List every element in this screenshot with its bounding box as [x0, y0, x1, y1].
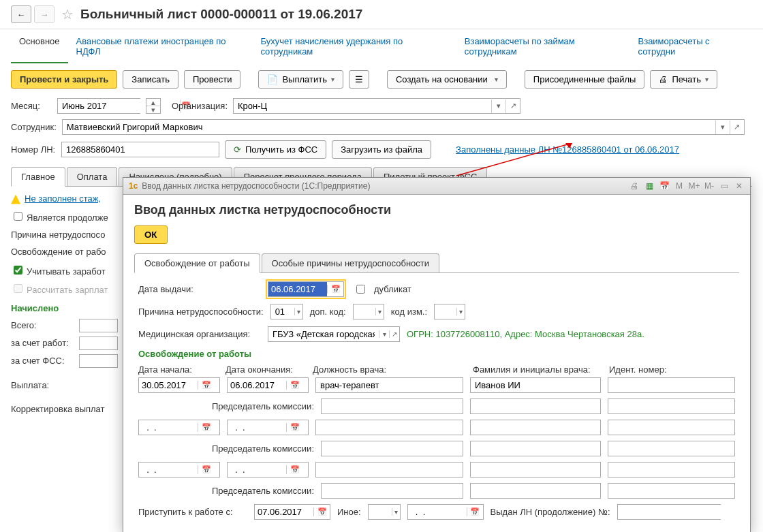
inner-tab-special[interactable]: Особые причины нетрудоспособности — [262, 253, 439, 272]
attached-files-button[interactable]: Присоединенные файлы — [525, 70, 645, 89]
employee-dropdown-icon[interactable]: ▾ — [715, 121, 730, 134]
row2-start-cal-icon[interactable]: 📅 — [198, 423, 215, 432]
row3-end-input[interactable] — [228, 463, 286, 477]
medorg-input[interactable] — [268, 327, 379, 341]
titlebar-calendar-icon[interactable]: 📅 — [659, 181, 670, 191]
pay-button[interactable]: 📄Выплатить▾ — [258, 70, 343, 89]
chair1-name-input[interactable] — [471, 399, 600, 413]
subtab-main[interactable]: Главное — [11, 167, 65, 187]
ok-button[interactable]: ОК — [134, 225, 168, 244]
titlebar-close-icon[interactable]: ✕ — [734, 181, 745, 191]
row2-start-input[interactable] — [139, 420, 198, 435]
tab-advance[interactable]: Авансовые платежи иностранцев по НДФЛ — [68, 29, 253, 63]
ln-number-input[interactable] — [62, 142, 219, 157]
titlebar-calc-icon[interactable]: ▦ — [644, 181, 655, 191]
other-dropdown-icon[interactable]: ▾ — [392, 508, 400, 516]
reason-input[interactable] — [271, 304, 294, 319]
post-close-button[interactable]: Провести и закрыть — [11, 70, 117, 89]
row1-id-input[interactable] — [608, 378, 734, 392]
titlebar-m-icon[interactable]: M — [674, 181, 685, 191]
chair2-pos-input[interactable] — [322, 441, 463, 456]
row3-end-cal-icon[interactable]: 📅 — [286, 465, 303, 474]
row1-start-cal-icon[interactable]: 📅 — [198, 381, 215, 390]
tab-settlements[interactable]: Взаиморасчеты с сотрудни — [630, 29, 753, 63]
chair2-name-input[interactable] — [471, 441, 600, 456]
get-from-fss-button[interactable]: ⟳Получить из ФСС — [225, 140, 326, 159]
inner-tab-release[interactable]: Освобождение от работы — [134, 253, 260, 273]
row1-name-input[interactable] — [471, 378, 600, 392]
subtab-payment[interactable]: Оплата — [67, 167, 118, 186]
row3-start-input[interactable] — [139, 463, 198, 477]
titlebar-minimize-icon[interactable]: ▭ — [719, 181, 730, 191]
row3-pos-input[interactable] — [316, 463, 463, 477]
employee-open-icon[interactable]: ↗ — [730, 121, 744, 134]
month-input[interactable] — [58, 99, 181, 113]
popup-titlebar[interactable]: 1c Ввод данных листка нетрудоспособности… — [123, 178, 750, 195]
row2-pos-input[interactable] — [316, 420, 463, 435]
chair3-id-input[interactable] — [608, 484, 734, 498]
row2-end-input[interactable] — [228, 420, 286, 435]
row1-pos-input[interactable] — [316, 378, 463, 392]
chair3-pos-input[interactable] — [322, 484, 463, 498]
row2-end-cal-icon[interactable]: 📅 — [286, 423, 303, 432]
reason-dropdown-icon[interactable]: ▾ — [294, 308, 302, 315]
return-cal-icon[interactable]: 📅 — [313, 507, 330, 516]
print-label: Печать — [672, 74, 701, 84]
codechange-input[interactable] — [435, 304, 456, 319]
org-dropdown-icon[interactable]: ▾ — [491, 99, 505, 113]
is-continuation-checkbox[interactable] — [14, 212, 22, 221]
tab-loans[interactable]: Взаиморасчеты по займам сотрудникам — [456, 29, 630, 63]
filled-data-link[interactable]: Заполнены данные ЛН №126885860401 от 06.… — [456, 144, 679, 155]
titlebar-mminus-icon[interactable]: M- — [704, 181, 715, 191]
warning-link[interactable]: Не заполнен стаж, — [25, 193, 101, 204]
row2-id-input[interactable] — [608, 420, 734, 435]
addcode-dropdown-icon[interactable]: ▾ — [375, 308, 384, 315]
titlebar-print-icon[interactable]: 🖨 — [629, 181, 640, 191]
titlebar-mplus-icon[interactable]: M+ — [689, 181, 700, 191]
row3-start-cal-icon[interactable]: 📅 — [198, 465, 215, 474]
post-button[interactable]: Провести — [184, 70, 241, 89]
continuation-input[interactable] — [618, 505, 741, 519]
other-date-cal-icon[interactable]: 📅 — [467, 507, 483, 516]
total-input[interactable] — [79, 319, 118, 332]
release-row-1: 📅 📅 — [138, 377, 735, 393]
chair1-id-input[interactable] — [608, 399, 734, 413]
other-date-input[interactable] — [408, 505, 467, 519]
use-earnings-checkbox[interactable] — [14, 266, 22, 275]
chair2-id-input[interactable] — [608, 441, 734, 456]
row2-name-input[interactable] — [471, 420, 600, 435]
other-input[interactable] — [369, 505, 392, 519]
print-button[interactable]: 🖨Печать▾ — [650, 70, 717, 89]
save-button[interactable]: Записать — [123, 70, 178, 89]
row3-id-input[interactable] — [608, 463, 734, 477]
by-employer-input[interactable] — [79, 337, 118, 350]
pay-dropdown-icon-button[interactable]: ☰ — [349, 70, 369, 89]
org-open-icon[interactable]: ↗ — [505, 99, 520, 113]
nav-back-button[interactable]: ← — [11, 5, 31, 23]
codechange-dropdown-icon[interactable]: ▾ — [456, 308, 465, 315]
nav-forward-button[interactable]: → — [34, 5, 54, 23]
chair1-pos-input[interactable] — [322, 399, 463, 413]
medorg-dropdown-icon[interactable]: ▾ — [379, 330, 389, 338]
row1-end-input[interactable] — [228, 378, 286, 392]
favorite-star-icon[interactable]: ☆ — [61, 6, 74, 22]
month-down-button[interactable]: ▾ — [146, 106, 160, 113]
row3-name-input[interactable] — [471, 463, 600, 477]
calc-salary-label: Рассчитать зарплат — [27, 285, 108, 295]
issue-date-input[interactable] — [268, 282, 327, 296]
issue-date-calendar-icon[interactable]: 📅 — [327, 285, 343, 294]
row1-start-input[interactable] — [139, 378, 198, 392]
by-fss-input[interactable] — [79, 354, 118, 368]
addcode-input[interactable] — [354, 304, 375, 319]
return-date-input[interactable] — [255, 505, 313, 519]
tab-main[interactable]: Основное — [11, 29, 68, 63]
chair3-name-input[interactable] — [471, 484, 600, 498]
duplicate-checkbox[interactable] — [356, 285, 365, 294]
medorg-open-icon[interactable]: ↗ — [389, 330, 399, 338]
create-based-button[interactable]: Создать на основании▾ — [387, 70, 507, 89]
employee-input[interactable] — [63, 120, 715, 134]
load-from-file-button[interactable]: Загрузить из файла — [332, 140, 431, 159]
org-input[interactable] — [234, 99, 491, 113]
row1-end-cal-icon[interactable]: 📅 — [286, 381, 303, 390]
tab-accounting[interactable]: Бухучет начисления удержания по сотрудни… — [252, 29, 456, 63]
